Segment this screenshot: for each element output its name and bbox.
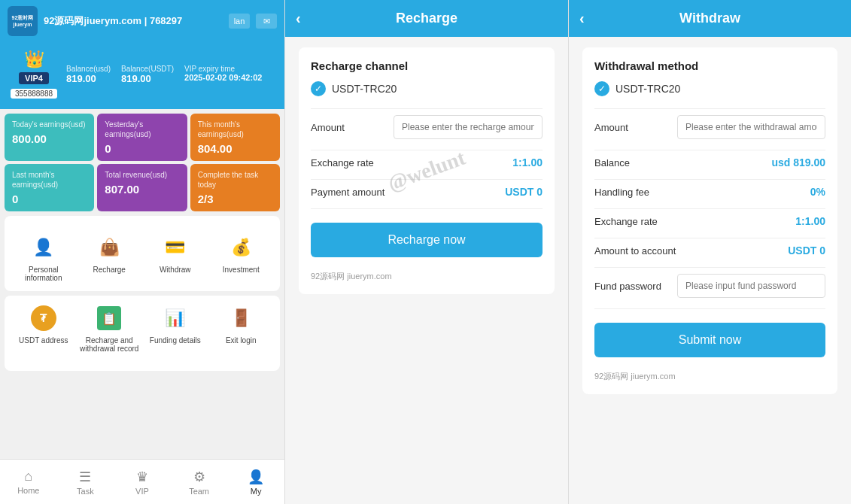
balance-usdt-label: Balance(USDT) xyxy=(121,65,174,73)
withdraw-card: Withdrawal method ✓ USDT-TRC20 Amount Ba… xyxy=(582,47,837,394)
earn-last-month: Last month's earnings(usd) 0 xyxy=(5,164,94,211)
nav-team[interactable]: ⚙ Team xyxy=(171,460,228,504)
team-icon: ⚙ xyxy=(193,469,205,485)
crown-icon: 👑 xyxy=(24,50,44,69)
recharge-panel: ‹ Recharge @welunt Recharge channel ✓ US… xyxy=(284,0,569,504)
earn-last-month-value: 0 xyxy=(12,193,87,205)
recharge-check-icon: ✓ xyxy=(311,81,326,96)
withdraw-account-row: Amount to account USDT 0 xyxy=(594,244,825,257)
nav-home-label: Home xyxy=(17,486,39,495)
earn-last-month-label: Last month's earnings(usd) xyxy=(12,170,87,190)
withdraw-exchange-label: Exchange rate xyxy=(594,216,677,227)
withdraw-amount-label: Amount xyxy=(594,122,677,133)
header-bar: 92意时网jiuerym 92源码网jiuerym.com | 768297 l… xyxy=(0,0,284,42)
earn-today-value: 800.00 xyxy=(12,132,87,145)
recharge-payment-value: USDT 0 xyxy=(394,186,543,198)
recharge-divider2 xyxy=(311,150,543,150)
menu-funding-label: Funding details xyxy=(150,336,201,345)
recharge-title: Recharge xyxy=(396,11,457,26)
withdraw-content: Withdrawal method ✓ USDT-TRC20 Amount Ba… xyxy=(569,37,851,504)
exit-icon: 🚪 xyxy=(227,305,254,332)
menu-usdt-address[interactable]: ₮ USDT address xyxy=(11,296,77,362)
funding-icon: 📊 xyxy=(162,305,189,332)
recharge-channel-title: Recharge channel xyxy=(311,59,543,72)
nav-my[interactable]: 👤 My xyxy=(227,460,284,504)
menu-usdt-label: USDT address xyxy=(19,336,68,345)
balance-usdt-col: Balance(USDT) 819.00 xyxy=(121,65,174,84)
bottom-nav: ⌂ Home ☰ Task ♛ VIP ⚙ Team 👤 My xyxy=(0,459,284,504)
recharge-amount-row: Amount xyxy=(311,115,543,139)
nav-team-label: Team xyxy=(189,487,209,496)
record-icon: 📋 xyxy=(96,305,123,332)
nav-vip[interactable]: ♛ VIP xyxy=(114,460,171,504)
message-icon[interactable]: ✉ xyxy=(256,14,277,29)
withdraw-amount-input[interactable] xyxy=(677,115,825,139)
menu-withdraw-label: Withdraw xyxy=(160,266,191,274)
withdraw-balance-row: Balance usd 819.00 xyxy=(594,156,825,169)
left-panel: 92意时网jiuerym 92源码网jiuerym.com | 768297 l… xyxy=(0,0,284,504)
header-icons: lan ✉ xyxy=(229,14,277,29)
withdraw-header: ‹ Withdraw xyxy=(569,0,851,37)
withdraw-fee-value: 0% xyxy=(677,186,825,198)
nav-home[interactable]: ⌂ Home xyxy=(0,460,57,504)
menu-personal-info[interactable]: 👤 Personal information xyxy=(11,225,77,291)
person-icon: 👤 xyxy=(30,234,57,261)
recharge-divider4 xyxy=(311,208,543,209)
recharge-channel-label: USDT-TRC20 xyxy=(332,83,397,95)
withdraw-channel-option: ✓ USDT-TRC20 xyxy=(594,81,825,96)
crown-avatar: 👑 VIP4 355888888 xyxy=(11,50,57,99)
recharge-divider3 xyxy=(311,179,543,180)
withdraw-amount-row: Amount xyxy=(594,115,825,139)
recharge-amount-label: Amount xyxy=(311,122,394,133)
withdraw-divider6 xyxy=(594,267,825,268)
nav-task[interactable]: ☰ Task xyxy=(57,460,114,504)
withdraw-divider3 xyxy=(594,179,825,180)
withdraw-fund-password-input[interactable] xyxy=(677,274,825,298)
withdraw-balance-label: Balance xyxy=(594,157,677,169)
withdraw-fund-password-label: Fund password xyxy=(594,281,677,292)
withdraw-fee-label: Handling fee xyxy=(594,187,677,198)
menu-recharge[interactable]: 👜 Recharge xyxy=(77,225,143,291)
earn-total: Total revenue(usd) 807.00 xyxy=(97,164,187,211)
menu-recharge-label: Recharge xyxy=(93,266,126,274)
recharge-amount-input[interactable] xyxy=(394,115,543,139)
withdraw-account-label: Amount to account xyxy=(594,245,677,257)
submit-now-button[interactable]: Submit now xyxy=(594,323,825,357)
recharge-payment-row: Payment amount USDT 0 xyxy=(311,186,543,198)
lan-tag[interactable]: lan xyxy=(229,14,250,29)
recharge-icon: 👜 xyxy=(96,234,123,261)
recharge-back-btn[interactable]: ‹ xyxy=(296,10,301,27)
withdraw-title: Withdraw xyxy=(679,11,740,26)
menu-withdraw[interactable]: 💳 Withdraw xyxy=(142,225,208,291)
recharge-card: @welunt Recharge channel ✓ USDT-TRC20 Am… xyxy=(299,47,555,294)
withdraw-divider1 xyxy=(594,108,825,109)
user-card: 👑 VIP4 355888888 Balance(usd) 819.00 Bal… xyxy=(0,42,284,109)
withdraw-divider7 xyxy=(594,308,825,309)
menu-record[interactable]: 📋 Recharge and withdrawal record xyxy=(77,296,143,362)
recharge-watermark: 92源码网 jiuerym.com xyxy=(311,271,543,282)
menu-funding[interactable]: 📊 Funding details xyxy=(142,296,208,362)
withdraw-divider4 xyxy=(594,208,825,209)
withdraw-back-btn[interactable]: ‹ xyxy=(579,10,585,27)
menu-investment[interactable]: 💰 Investment xyxy=(208,225,275,291)
menu-record-label: Recharge and withdrawal record xyxy=(80,336,140,353)
earn-this-month-value: 804.00 xyxy=(198,142,272,155)
balance-usdt-value: 819.00 xyxy=(121,73,174,84)
withdraw-panel: ‹ Withdraw Withdrawal method ✓ USDT-TRC2… xyxy=(569,0,851,504)
menu-bottom-grid: ₮ USDT address 📋 Recharge and withdrawal… xyxy=(5,296,280,371)
vip-badge: VIP4 xyxy=(19,72,49,84)
withdraw-channel-label: USDT-TRC20 xyxy=(615,83,680,95)
recharge-exchange-value: 1:1.00 xyxy=(394,156,543,169)
earn-this-month: This month's earnings(usd) 804.00 xyxy=(190,114,280,161)
withdraw-exchange-row: Exchange rate 1:1.00 xyxy=(594,215,825,227)
menu-exit[interactable]: 🚪 Exit login xyxy=(208,296,275,362)
recharge-now-button[interactable]: Recharge now xyxy=(311,223,543,257)
earn-this-month-label: This month's earnings(usd) xyxy=(198,120,272,139)
balance-usd-value: 819.00 xyxy=(66,73,111,84)
vip-id: 355888888 xyxy=(11,89,57,99)
earnings-grid: Today's earnings(usd) 800.00 Yesterday's… xyxy=(0,109,284,211)
earn-total-value: 807.00 xyxy=(105,183,179,196)
recharge-channel-option: ✓ USDT-TRC20 xyxy=(311,81,543,96)
earn-complete: Complete the task today 2/3 xyxy=(190,164,280,211)
withdraw-fee-row: Handling fee 0% xyxy=(594,186,825,198)
